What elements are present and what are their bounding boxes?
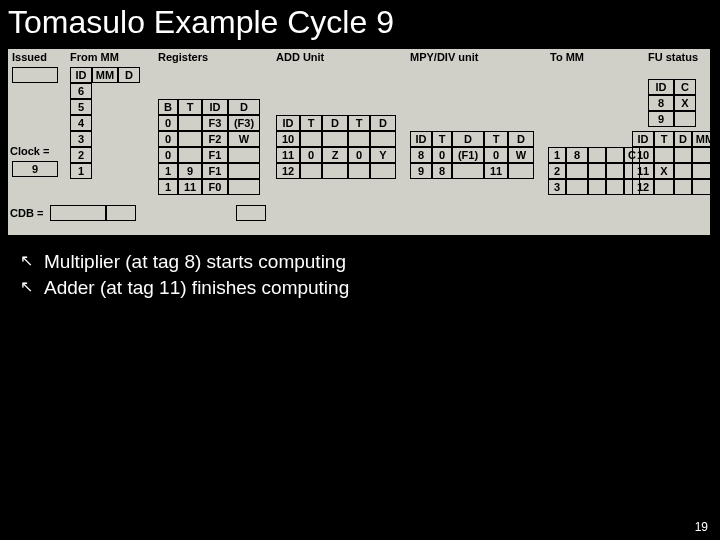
add-r2-1 [300,163,322,179]
ful-r0-0: 10 [632,147,654,163]
cdb-label: CDB = [10,207,43,219]
frommm-r3: 3 [70,131,92,147]
tomm-r1-3 [606,163,624,179]
add-r0-3 [348,131,370,147]
add-r0-4 [370,131,396,147]
tomasulo-diagram: Issued From MM Registers ADD Unit MPY/DI… [8,49,710,235]
reg-r3-1: 9 [178,163,202,179]
tomm-r0-3 [606,147,624,163]
mpy-r0-4: W [508,147,534,163]
mpy-r1-1: 8 [432,163,452,179]
tomm-r1-1 [566,163,588,179]
hdr-frommm: From MM [70,51,119,63]
frommm-h0: ID [70,67,92,83]
mpy-h4: D [508,131,534,147]
mpy-r1-4 [508,163,534,179]
reg-r1-2: F2 [202,131,228,147]
ful-r1-3 [692,163,718,179]
tomm-r1-2 [588,163,606,179]
reg-r3-0: 1 [158,163,178,179]
tomm-r2-0: 3 [548,179,566,195]
ful-r2-1 [654,179,674,195]
fu-r1-0: 9 [648,111,674,127]
reg-r1-0: 0 [158,131,178,147]
frommm-h1: MM [92,67,118,83]
add-h4: D [370,115,396,131]
add-r1-3: 0 [348,147,370,163]
cdb-extra [236,205,266,221]
hdr-tomm: To MM [550,51,584,63]
tomm-r2-1 [566,179,588,195]
ful-h1: T [654,131,674,147]
hdr-addunit: ADD Unit [276,51,324,63]
reg-r1-1 [178,131,202,147]
add-r2-4 [370,163,396,179]
bullet-item: Adder (at tag 11) finishes computing [20,275,700,301]
reg-r0-0: 0 [158,115,178,131]
add-r2-3 [348,163,370,179]
mpy-r1-2 [452,163,484,179]
add-r1-4: Y [370,147,396,163]
ful-r2-0: 12 [632,179,654,195]
ful-r1-2 [674,163,692,179]
frommm-h2: D [118,67,140,83]
reg-r2-3 [228,147,260,163]
tomm-r0-2 [588,147,606,163]
frommm-r2: 4 [70,115,92,131]
hdr-registers: Registers [158,51,208,63]
frommm-r1: 5 [70,99,92,115]
tomm-r1-0: 2 [548,163,566,179]
reg-h2: ID [202,99,228,115]
tomm-r2-2 [588,179,606,195]
tomm-r0-0: 1 [548,147,566,163]
page-number: 19 [695,520,708,534]
fu-r0-1: X [674,95,696,111]
ful-r0-1 [654,147,674,163]
bullet-list: Multiplier (at tag 8) starts computing A… [0,235,720,315]
fu-h0: ID [648,79,674,95]
mpy-h1: T [432,131,452,147]
reg-r3-2: F1 [202,163,228,179]
ful-r2-3 [692,179,718,195]
cdb-t [50,205,106,221]
ful-r2-2 [674,179,692,195]
hdr-fustatus: FU status [648,51,698,63]
reg-r0-2: F3 [202,115,228,131]
reg-h3: D [228,99,260,115]
issued-cell [12,67,58,83]
fu-r0-0: 8 [648,95,674,111]
clock-label: Clock = [10,145,49,157]
frommm-r0: 6 [70,83,92,99]
reg-r2-2: F1 [202,147,228,163]
reg-h0: B [158,99,178,115]
reg-r4-3 [228,179,260,195]
cdb-d [106,205,136,221]
ful-h2: D [674,131,692,147]
mpy-r0-1: 0 [432,147,452,163]
mpy-r1-3: 11 [484,163,508,179]
mpy-r0-0: 8 [410,147,432,163]
reg-r4-0: 1 [158,179,178,195]
add-r0-0: 10 [276,131,300,147]
mpy-r1-0: 9 [410,163,432,179]
frommm-r5: 1 [70,163,92,179]
ful-r0-2 [674,147,692,163]
frommm-r4: 2 [70,147,92,163]
add-r1-1: 0 [300,147,322,163]
ful-r1-1: X [654,163,674,179]
ful-r1-0: 11 [632,163,654,179]
mpy-h3: T [484,131,508,147]
ful-r0-3 [692,147,718,163]
clock-value: 9 [12,161,58,177]
add-h1: T [300,115,322,131]
slide-title: Tomasulo Example Cycle 9 [0,0,720,45]
add-r0-2 [322,131,348,147]
ful-h3: MM [692,131,718,147]
add-h2: D [322,115,348,131]
tomm-r0-1: 8 [566,147,588,163]
reg-r0-3: (F3) [228,115,260,131]
add-h0: ID [276,115,300,131]
reg-r1-3: W [228,131,260,147]
ful-h0: ID [632,131,654,147]
reg-r4-1: 11 [178,179,202,195]
